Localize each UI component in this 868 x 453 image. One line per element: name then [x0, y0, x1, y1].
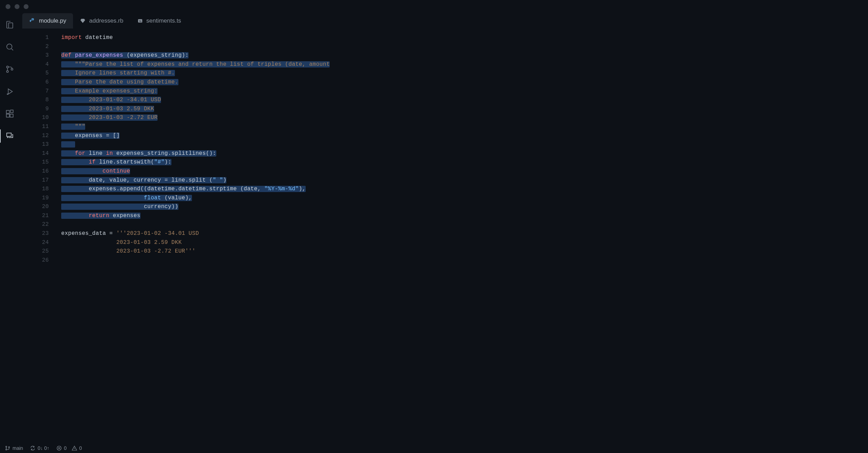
- code-line[interactable]: [61, 42, 868, 51]
- branch-name: main: [13, 445, 23, 451]
- code-editor[interactable]: 1234567891011121314151617181920212223242…: [19, 29, 868, 443]
- extensions-icon[interactable]: [5, 109, 15, 119]
- sync-counts: 0↓ 0↑: [38, 445, 49, 451]
- svg-rect-6: [6, 114, 9, 117]
- code-line[interactable]: Parse the date using datetime.: [61, 78, 868, 87]
- svg-point-0: [7, 44, 12, 49]
- code-line[interactable]: for line in expenses_string.splitlines()…: [61, 149, 868, 158]
- code-line[interactable]: expenses.append((datetime.datetime.strpt…: [61, 185, 868, 194]
- search-icon[interactable]: [5, 42, 15, 52]
- branch-indicator[interactable]: main: [5, 445, 23, 451]
- code-line[interactable]: Example expenses_string:: [61, 87, 868, 96]
- svg-text:TS: TS: [139, 20, 142, 22]
- code-line[interactable]: continue: [61, 167, 868, 176]
- close-button[interactable]: [6, 4, 10, 9]
- ruby-file-icon: [80, 18, 86, 24]
- code-line[interactable]: return expenses: [61, 212, 868, 221]
- code-line[interactable]: float (value),: [61, 194, 868, 203]
- error-count: 0: [64, 445, 67, 451]
- sync-indicator[interactable]: 0↓ 0↑: [30, 445, 49, 451]
- python-file-icon: [29, 18, 35, 24]
- svg-point-12: [6, 446, 7, 447]
- source-control-icon[interactable]: [5, 64, 15, 74]
- code-line[interactable]: """: [61, 122, 868, 132]
- svg-point-14: [8, 447, 9, 448]
- code-line[interactable]: date, value, currency = line.split (" "): [61, 176, 868, 185]
- svg-point-1: [7, 66, 8, 68]
- svg-point-13: [6, 449, 7, 450]
- debug-icon[interactable]: [5, 86, 15, 97]
- chat-icon[interactable]: [5, 131, 15, 141]
- code-line[interactable]: 2023-01-02 -34.01 USD: [61, 96, 868, 105]
- code-area[interactable]: import datetimedef parse_expenses (expen…: [61, 33, 868, 443]
- svg-rect-5: [6, 110, 9, 113]
- svg-point-9: [31, 19, 32, 19]
- code-line[interactable]: 2023-01-03 -2.72 EUR: [61, 113, 868, 122]
- activity-bar: [0, 13, 19, 443]
- code-line[interactable]: 2023-01-03 2.59 DKK: [61, 105, 868, 114]
- svg-rect-7: [10, 114, 13, 117]
- code-line[interactable]: Ignore lines starting with #.: [61, 69, 868, 78]
- tab-module-py[interactable]: module.py: [22, 13, 73, 29]
- maximize-button[interactable]: [24, 4, 29, 9]
- code-line[interactable]: import datetime: [61, 33, 868, 42]
- ts-file-icon: TS: [137, 18, 143, 24]
- statusbar: main 0↓ 0↑ 0 0: [0, 443, 868, 453]
- code-line[interactable]: expenses_data = '''2023-01-02 -34.01 USD: [61, 229, 868, 238]
- problems-indicator[interactable]: 0 0: [56, 445, 82, 451]
- explorer-icon[interactable]: [5, 19, 15, 30]
- code-line[interactable]: [61, 220, 868, 229]
- tab-addresses-rb[interactable]: addresses.rb: [73, 13, 130, 29]
- code-line[interactable]: expenses = []: [61, 132, 868, 141]
- tabs-bar: module.pyaddresses.rbTSsentiments.ts: [19, 13, 868, 29]
- tab-label: module.py: [39, 17, 66, 24]
- tab-sentiments-ts[interactable]: TSsentiments.ts: [130, 13, 188, 29]
- code-line[interactable]: 2023-01-03 2.59 DKK: [61, 238, 868, 247]
- warning-count: 0: [79, 445, 82, 451]
- code-line[interactable]: def parse_expenses (expenses_string):: [61, 51, 868, 60]
- svg-point-3: [11, 68, 13, 70]
- code-line[interactable]: """Parse the list of expenses and return…: [61, 60, 868, 69]
- titlebar: [0, 0, 868, 13]
- code-line[interactable]: if line.startswith("#"):: [61, 158, 868, 167]
- tab-label: addresses.rb: [89, 17, 123, 24]
- tab-label: sentiments.ts: [146, 17, 181, 24]
- svg-point-2: [7, 71, 8, 72]
- code-line[interactable]: 2023-01-03 -2.72 EUR''': [61, 247, 868, 256]
- minimize-button[interactable]: [15, 4, 19, 9]
- code-line[interactable]: [61, 140, 868, 149]
- svg-rect-8: [10, 110, 13, 113]
- svg-point-4: [7, 94, 8, 95]
- line-gutter: 1234567891011121314151617181920212223242…: [19, 33, 61, 443]
- code-line[interactable]: currency)): [61, 202, 868, 212]
- code-line[interactable]: [61, 256, 868, 265]
